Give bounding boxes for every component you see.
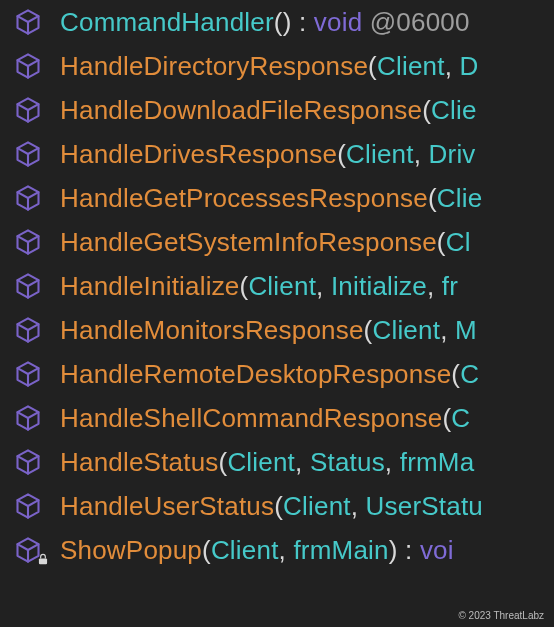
- member-item[interactable]: HandleDrivesResponse(Client, Driv: [8, 132, 554, 176]
- cube-icon: [8, 184, 48, 212]
- member-item[interactable]: HandleMonitorsResponse(Client, M: [8, 308, 554, 352]
- member-item[interactable]: HandleStatus(Client, Status, frmMa: [8, 440, 554, 484]
- member-signature: HandleMonitorsResponse(Client, M: [60, 315, 477, 346]
- member-signature: HandleDirectoryResponse(Client, D: [60, 51, 478, 82]
- svg-rect-0: [39, 558, 47, 564]
- member-item[interactable]: HandleGetSystemInfoResponse(Cl: [8, 220, 554, 264]
- method-list: CommandHandler() : void @06000 HandleDir…: [0, 0, 554, 572]
- member-signature: HandleShellCommandResponse(C: [60, 403, 470, 434]
- member-signature: HandleRemoteDesktopResponse(C: [60, 359, 479, 390]
- cube-icon: [8, 536, 48, 564]
- cube-icon: [8, 272, 48, 300]
- member-item[interactable]: HandleGetProcessesResponse(Clie: [8, 176, 554, 220]
- cube-icon: [8, 8, 48, 36]
- cube-icon: [8, 228, 48, 256]
- cube-icon: [8, 316, 48, 344]
- cube-icon: [8, 448, 48, 476]
- member-signature: HandleUserStatus(Client, UserStatu: [60, 491, 483, 522]
- cube-icon: [8, 492, 48, 520]
- cube-icon: [8, 404, 48, 432]
- member-item[interactable]: HandleUserStatus(Client, UserStatu: [8, 484, 554, 528]
- member-signature: HandleStatus(Client, Status, frmMa: [60, 447, 474, 478]
- member-signature: HandleDrivesResponse(Client, Driv: [60, 139, 476, 170]
- member-item[interactable]: HandleDownloadFileResponse(Clie: [8, 88, 554, 132]
- cube-icon: [8, 140, 48, 168]
- member-item[interactable]: ShowPopup(Client, frmMain) : voi: [8, 528, 554, 572]
- member-item[interactable]: CommandHandler() : void @06000: [8, 0, 554, 44]
- cube-icon: [8, 52, 48, 80]
- lock-icon: [36, 552, 50, 566]
- cube-icon: [8, 96, 48, 124]
- member-item[interactable]: HandleInitialize(Client, Initialize, fr: [8, 264, 554, 308]
- member-signature: CommandHandler() : void @06000: [60, 7, 470, 38]
- member-signature: HandleGetProcessesResponse(Clie: [60, 183, 482, 214]
- member-item[interactable]: HandleShellCommandResponse(C: [8, 396, 554, 440]
- watermark: © 2023 ThreatLabz: [458, 610, 544, 621]
- member-item[interactable]: HandleDirectoryResponse(Client, D: [8, 44, 554, 88]
- member-signature: HandleGetSystemInfoResponse(Cl: [60, 227, 471, 258]
- member-signature: HandleInitialize(Client, Initialize, fr: [60, 271, 458, 302]
- member-signature: HandleDownloadFileResponse(Clie: [60, 95, 477, 126]
- cube-icon: [8, 360, 48, 388]
- member-signature: ShowPopup(Client, frmMain) : voi: [60, 535, 454, 566]
- member-item[interactable]: HandleRemoteDesktopResponse(C: [8, 352, 554, 396]
